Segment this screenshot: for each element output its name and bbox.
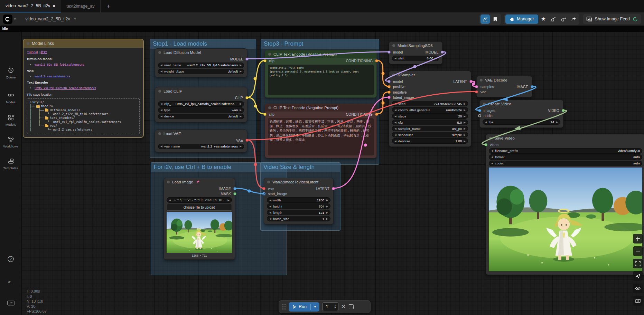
- run-label: Run: [299, 304, 307, 309]
- workflow-name-menu[interactable]: video_wan2_2_5B_ti2v ▾: [26, 17, 76, 21]
- sidebar-item-label: Models: [6, 123, 16, 126]
- stat-v: V: 30: [27, 304, 47, 309]
- tab-video-wan2-2-5b-ti2v[interactable]: video_wan2_2_5B_ti2v: [0, 0, 61, 12]
- fit-view-icon: [635, 261, 641, 266]
- drag-handle[interactable]: [282, 304, 286, 309]
- tab-text2image-av[interactable]: text2image_av: [61, 0, 100, 12]
- tab-label: video_wan2_2_5B_ti2v: [6, 3, 50, 8]
- sidebar-item-label: Workflows: [3, 144, 18, 148]
- sidebar-item-label: Queue: [6, 75, 16, 79]
- run-toolbar: Run ▼ 1 ▲▼ ✕: [279, 300, 371, 313]
- favorites-button[interactable]: ★: [539, 15, 548, 24]
- minus-icon: [635, 249, 640, 254]
- share-arrow-icon: [571, 16, 576, 22]
- select-mode-button[interactable]: [633, 271, 643, 281]
- show-image-feed-button[interactable]: Show Image Feed: [583, 14, 641, 24]
- sidebar-item-nodes[interactable]: Nodes: [0, 91, 21, 104]
- sidebar-item-label: Nodes: [6, 100, 15, 104]
- run-options-chevron-icon[interactable]: ▼: [311, 305, 319, 308]
- status-text: Idle: [2, 27, 8, 31]
- puzzle-icon: [510, 17, 514, 21]
- vae-link: [247, 92, 476, 140]
- toggle-visibility-button[interactable]: [633, 284, 643, 293]
- minimap-button[interactable]: [633, 296, 643, 306]
- sidebar-item-workflows[interactable]: Workflows: [0, 135, 21, 148]
- sidebar-item-models[interactable]: Models: [0, 114, 21, 126]
- sidebar-item-label: Templates: [3, 166, 18, 170]
- decrement-icon[interactable]: ▼: [334, 307, 336, 309]
- shortcuts-button[interactable]: [0, 300, 21, 306]
- image-feed-icon: [586, 17, 592, 22]
- stat-nodes: N: 13 [13]: [27, 299, 47, 304]
- sidebar-item-templates[interactable]: Templates: [0, 157, 21, 170]
- app-menu-button[interactable]: ▾: [0, 15, 16, 24]
- graph-icon: [483, 16, 488, 22]
- refresh-icon: [633, 17, 638, 22]
- fit-view-button[interactable]: [633, 259, 643, 268]
- help-icon: ?: [7, 256, 14, 262]
- link-nodes-icon: [7, 91, 15, 99]
- map-icon: [635, 299, 641, 303]
- cleaner-button-1[interactable]: [549, 15, 558, 24]
- help-button[interactable]: ?: [0, 256, 21, 262]
- zoom-in-button[interactable]: [633, 234, 643, 244]
- show-image-feed-label: Show Image Feed: [595, 17, 630, 21]
- templates-icon: [7, 157, 15, 165]
- queue-history-icon: [7, 66, 15, 74]
- manager-label: Manager: [517, 17, 534, 21]
- link-layer: [0, 0, 644, 315]
- chevron-down-icon: ▾: [14, 17, 16, 21]
- vacuum-icon: [551, 16, 556, 22]
- sidebar-item-queue[interactable]: Queue: [0, 66, 21, 79]
- workflow-name: video_wan2_2_5B_ti2v: [26, 17, 70, 21]
- share-button[interactable]: [569, 15, 578, 24]
- stop-button[interactable]: [349, 304, 354, 309]
- batch-count-input[interactable]: 1 ▲▼: [323, 302, 338, 311]
- comfyui-logo: [3, 15, 12, 24]
- zoom-out-button[interactable]: [633, 246, 643, 256]
- models-grid-icon: [7, 114, 15, 121]
- plus-icon: [635, 236, 640, 241]
- terminal-button[interactable]: >_: [0, 279, 21, 284]
- cursor-navigate-icon: [635, 274, 641, 279]
- manager-button[interactable]: Manager: [505, 15, 538, 24]
- clear-queue-button[interactable]: ✕: [342, 304, 346, 310]
- play-icon: [292, 305, 296, 309]
- bookmark-button[interactable]: [491, 15, 500, 24]
- new-tab-button[interactable]: +: [101, 0, 116, 12]
- batch-count-value: 1: [323, 304, 334, 309]
- video-link: [482, 110, 566, 144]
- svg-text:?: ?: [10, 257, 12, 261]
- stat-fps: FPS:166.67: [27, 309, 47, 314]
- cleaner-button-2[interactable]: [559, 15, 568, 24]
- bookmark-icon: [493, 17, 497, 22]
- latent-link: [334, 97, 389, 188]
- stat-time: T: 0.00s: [27, 289, 47, 294]
- workflows-graph-icon: [7, 135, 15, 143]
- star-icon: ★: [541, 16, 545, 22]
- keyboard-icon: [7, 300, 15, 306]
- graph-view-button[interactable]: [480, 15, 490, 24]
- terminal-icon: >_: [8, 279, 13, 284]
- chevron-down-icon: ▾: [74, 17, 76, 21]
- run-button[interactable]: Run ▼: [289, 302, 319, 312]
- stat-i: I: 0: [27, 294, 47, 299]
- vacuum-icon: [561, 16, 566, 22]
- eye-icon: [635, 286, 641, 290]
- perf-stats: T: 0.00s I: 0 N: 13 [13] V: 30 FPS:166.6…: [27, 289, 47, 314]
- model-link: [247, 52, 389, 59]
- unsaved-indicator-dot: [53, 5, 55, 7]
- tab-label: text2image_av: [66, 4, 94, 9]
